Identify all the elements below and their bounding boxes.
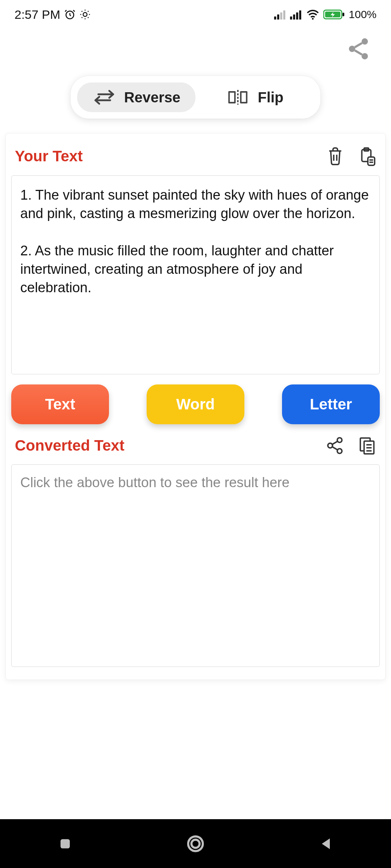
signal-2-icon: [290, 9, 302, 20]
svg-point-14: [362, 38, 368, 45]
svg-rect-5: [283, 10, 286, 20]
mode-tabs: Reverse Flip: [71, 76, 320, 119]
trash-icon[interactable]: [326, 146, 344, 166]
wifi-icon: [306, 9, 320, 20]
output-header: Converted Text: [11, 436, 380, 464]
svg-rect-7: [293, 14, 295, 20]
share-icon[interactable]: [346, 36, 371, 61]
copy-icon[interactable]: [358, 436, 376, 455]
settings-sun-icon: [79, 9, 91, 20]
input-header: Your Text: [11, 146, 380, 175]
convert-buttons: Text Word Letter: [11, 384, 380, 424]
status-time: 2:57 PM: [14, 8, 60, 22]
svg-rect-6: [290, 17, 292, 20]
svg-point-27: [192, 839, 200, 848]
reverse-arrows-icon: [92, 89, 116, 106]
nav-back[interactable]: [293, 836, 358, 852]
status-left: 2:57 PM: [14, 8, 91, 22]
word-button[interactable]: Word: [147, 384, 244, 424]
tab-reverse-label: Reverse: [124, 89, 181, 106]
svg-point-15: [349, 46, 356, 52]
tab-reverse[interactable]: Reverse: [77, 82, 196, 112]
alarm-icon: [64, 9, 76, 20]
tab-flip-label: Flip: [258, 89, 283, 106]
input-title: Your Text: [15, 148, 83, 165]
share-result-icon[interactable]: [325, 436, 344, 455]
word-button-label: Word: [176, 396, 215, 413]
svg-rect-4: [280, 12, 282, 20]
letter-button-label: Letter: [310, 396, 352, 413]
svg-rect-12: [342, 13, 344, 16]
output-title: Converted Text: [15, 437, 125, 454]
main-card: Your Text 1. The vibrant sunset painted …: [5, 133, 386, 680]
letter-button[interactable]: Letter: [282, 384, 380, 424]
output-actions: [325, 436, 376, 455]
svg-rect-19: [368, 157, 375, 165]
svg-rect-9: [299, 10, 302, 20]
nav-recent[interactable]: [33, 836, 98, 852]
svg-point-10: [312, 18, 314, 20]
top-actions: [0, 29, 391, 69]
output-textarea[interactable]: Click the above button to see the result…: [11, 464, 380, 667]
system-nav-bar: [0, 819, 391, 868]
input-actions: [326, 146, 376, 166]
paste-icon[interactable]: [358, 146, 376, 166]
status-right: 100%: [274, 8, 377, 21]
svg-point-20: [337, 438, 342, 442]
svg-rect-8: [296, 12, 298, 20]
signal-1-icon: [274, 9, 286, 20]
nav-home[interactable]: [163, 834, 228, 854]
status-bar: 2:57 PM 100%: [0, 0, 391, 29]
text-button-label: Text: [45, 396, 75, 413]
svg-point-1: [83, 13, 87, 17]
input-textarea[interactable]: 1. The vibrant sunset painted the sky wi…: [11, 175, 380, 374]
svg-point-21: [328, 443, 333, 448]
battery-percent: 100%: [349, 8, 377, 21]
svg-rect-2: [274, 17, 276, 20]
flip-mirror-icon: [226, 89, 250, 106]
svg-rect-25: [60, 839, 70, 848]
text-button[interactable]: Text: [11, 384, 109, 424]
svg-point-22: [337, 449, 342, 454]
svg-point-16: [362, 53, 368, 59]
tab-flip[interactable]: Flip: [196, 82, 314, 112]
battery-charging-icon: [323, 9, 345, 20]
svg-rect-3: [277, 14, 279, 20]
